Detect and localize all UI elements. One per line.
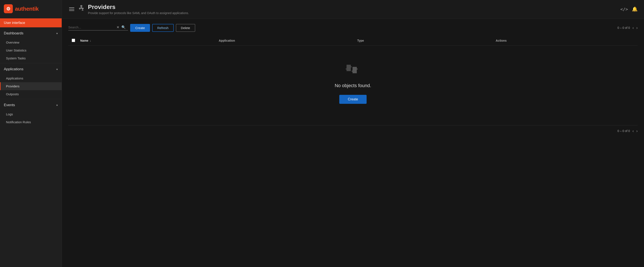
sidebar-events-header[interactable]: Events ▾ bbox=[0, 100, 62, 110]
providers-icon bbox=[78, 4, 85, 13]
pagination-count-top: 0 – 0 of 0 bbox=[618, 26, 630, 30]
prev-page-button-bottom[interactable]: ‹ bbox=[632, 129, 634, 133]
prev-page-button-top[interactable]: ‹ bbox=[632, 26, 634, 30]
divider-1 bbox=[0, 63, 62, 63]
next-icon-top: › bbox=[636, 26, 638, 30]
logo[interactable]: ⚙ authentik bbox=[0, 0, 62, 18]
empty-state: No objects found. Create bbox=[68, 46, 638, 121]
sidebar-events-label: Events bbox=[4, 103, 15, 107]
pagination-count-bottom: 0 – 0 of 0 bbox=[618, 129, 630, 133]
hamburger-menu[interactable] bbox=[68, 7, 75, 12]
notification-button[interactable]: 🔔 bbox=[632, 7, 638, 12]
hamburger-line-1 bbox=[69, 8, 74, 8]
empty-providers-icon bbox=[344, 63, 362, 79]
delete-button[interactable]: Delete bbox=[176, 24, 195, 32]
hamburger-line-2 bbox=[69, 9, 74, 10]
hamburger-line-3 bbox=[69, 11, 74, 11]
name-column-label: Name bbox=[80, 39, 88, 42]
column-header-name[interactable]: Name ↓ bbox=[80, 39, 219, 42]
create-button[interactable]: Create bbox=[130, 24, 150, 32]
next-icon-bottom: › bbox=[636, 129, 638, 133]
divider-2 bbox=[0, 99, 62, 99]
bottom-pagination: 0 – 0 of 0 ‹ › bbox=[68, 125, 638, 135]
select-all-wrapper bbox=[72, 39, 80, 43]
sidebar-item-applications[interactable]: Applications bbox=[0, 74, 62, 82]
page-title-block: Providers Provide support for protocols … bbox=[88, 4, 189, 15]
chevron-down-icon-3: ▾ bbox=[56, 104, 58, 107]
sort-icon: ↓ bbox=[90, 39, 91, 42]
sidebar-item-logs[interactable]: Logs bbox=[0, 110, 62, 118]
toolbar: ✕ 🔍 Create Refresh Delete 0 – 0 of 0 ‹ › bbox=[68, 24, 638, 32]
next-page-button-top[interactable]: › bbox=[636, 26, 638, 30]
table-header: Name ↓ Application Type Actions bbox=[68, 36, 638, 46]
topbar: Providers Provide support for protocols … bbox=[62, 0, 644, 19]
pagination-info-top: 0 – 0 of 0 ‹ › bbox=[618, 26, 638, 30]
code-icon: </> bbox=[620, 7, 628, 12]
search-clear-button[interactable]: ✕ bbox=[115, 25, 120, 29]
page-title: Providers bbox=[88, 4, 189, 11]
logo-icon: ⚙ bbox=[4, 4, 13, 13]
empty-create-button[interactable]: Create bbox=[339, 95, 366, 104]
column-header-application: Application bbox=[219, 39, 357, 42]
refresh-button[interactable]: Refresh bbox=[152, 24, 174, 32]
table-container: Name ↓ Application Type Actions bbox=[68, 36, 638, 121]
column-header-actions: Actions bbox=[496, 39, 634, 42]
select-all-checkbox[interactable] bbox=[72, 39, 75, 42]
search-icon: 🔍 bbox=[122, 26, 126, 29]
logo-text: authentik bbox=[15, 6, 38, 12]
empty-state-text: No objects found. bbox=[334, 83, 371, 88]
topbar-left: Providers Provide support for protocols … bbox=[68, 4, 189, 15]
svg-text:⚙: ⚙ bbox=[6, 6, 10, 12]
sidebar-applications-header[interactable]: Applications ▾ bbox=[0, 64, 62, 74]
search-input[interactable] bbox=[68, 26, 115, 29]
sidebar-item-user-interface[interactable]: User interface bbox=[0, 18, 62, 27]
content-area: ✕ 🔍 Create Refresh Delete 0 – 0 of 0 ‹ › bbox=[62, 19, 644, 267]
chevron-down-icon-2: ▾ bbox=[56, 68, 58, 71]
page-header: Providers Provide support for protocols … bbox=[78, 4, 189, 15]
code-button[interactable]: </> bbox=[620, 7, 628, 12]
bell-icon: 🔔 bbox=[632, 7, 638, 12]
prev-icon-top: ‹ bbox=[632, 26, 634, 30]
chevron-down-icon: ▾ bbox=[56, 32, 58, 35]
page-subtitle: Provide support for protocols like SAML … bbox=[88, 11, 189, 15]
search-wrapper: ✕ 🔍 bbox=[68, 25, 128, 31]
sidebar-item-outposts[interactable]: Outposts bbox=[0, 90, 62, 98]
sidebar-item-user-statistics[interactable]: User Statistics bbox=[0, 46, 62, 54]
sidebar-dashboards-label: Dashboards bbox=[4, 31, 24, 36]
column-header-type: Type bbox=[357, 39, 496, 42]
sidebar-section-applications: Applications ▾ Applications Providers Ou… bbox=[0, 64, 62, 98]
sidebar-section-dashboards: Dashboards ▾ Overview User Statistics Sy… bbox=[0, 28, 62, 62]
main-content: Providers Provide support for protocols … bbox=[62, 0, 644, 267]
sidebar-applications-label: Applications bbox=[4, 67, 24, 71]
sidebar-item-notification-rules[interactable]: Notification Rules bbox=[0, 118, 62, 126]
topbar-right: </> 🔔 bbox=[620, 7, 638, 12]
next-page-button-bottom[interactable]: › bbox=[636, 129, 638, 133]
clear-icon: ✕ bbox=[116, 26, 119, 29]
sidebar-dashboards-header[interactable]: Dashboards ▾ bbox=[0, 28, 62, 39]
sidebar-item-system-tasks[interactable]: System Tasks bbox=[0, 54, 62, 62]
sidebar: ⚙ authentik User interface Dashboards ▾ … bbox=[0, 0, 62, 267]
search-submit-button[interactable]: 🔍 bbox=[120, 25, 126, 29]
sidebar-item-overview[interactable]: Overview bbox=[0, 39, 62, 46]
prev-icon-bottom: ‹ bbox=[632, 129, 634, 133]
sidebar-item-providers[interactable]: Providers bbox=[0, 82, 62, 90]
sidebar-section-events: Events ▾ Logs Notification Rules bbox=[0, 100, 62, 126]
